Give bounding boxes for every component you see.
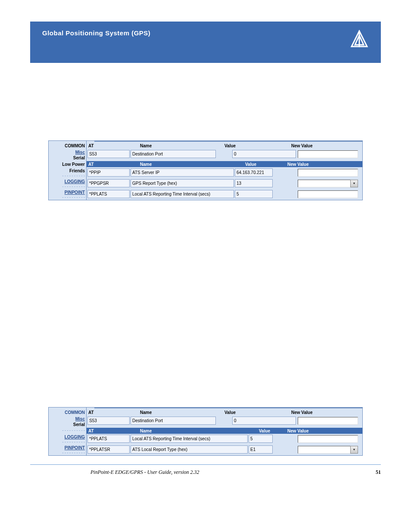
- newvalue-input[interactable]: [298, 150, 358, 158]
- at-cell: *PPLATS: [87, 190, 130, 198]
- col-value: Value: [224, 410, 291, 415]
- sidebar-item-logging[interactable]: LOGGING: [49, 179, 85, 184]
- chevron-down-icon[interactable]: ▼: [350, 180, 358, 187]
- chevron-down-icon[interactable]: ▼: [350, 446, 358, 454]
- sidebar-item-serial[interactable]: Serial: [49, 155, 85, 161]
- divider: - - - - - - - - - -: [49, 184, 85, 189]
- name-cell: GPS Report Type (hex): [131, 179, 234, 187]
- column-header-row: AT Name Value New Value: [87, 428, 362, 434]
- name-cell: Local ATS Reporting Time Interval (secs): [131, 435, 248, 443]
- page-title: Global Positioning System (GPS): [42, 29, 150, 37]
- at-cell: S53: [87, 150, 130, 158]
- newvalue-input[interactable]: [298, 190, 358, 198]
- divider: - - - - - - - - - -: [49, 195, 85, 199]
- sidebar-item-logging[interactable]: LOGGING: [49, 434, 85, 440]
- sidebar-item-serial[interactable]: Serial: [49, 422, 85, 427]
- sidebar-item-lowpower[interactable]: Low Power: [49, 162, 85, 167]
- config-screenshot-1: COMMON AT Name Value New Value Misc Seri…: [48, 140, 363, 200]
- col-name: Name: [140, 162, 245, 167]
- sidebar-item-common[interactable]: COMMON: [49, 410, 85, 415]
- newvalue-input[interactable]: [298, 417, 358, 425]
- col-value: Value: [245, 162, 287, 167]
- sidebar-item-misc[interactable]: Misc: [49, 149, 85, 155]
- col-newvalue: New Value: [291, 143, 330, 148]
- value-cell: 13: [235, 179, 273, 187]
- value-cell: E1: [249, 445, 273, 454]
- column-header-row: AT Name Value New Value: [87, 409, 362, 415]
- col-at: AT: [88, 429, 140, 433]
- at-cell: *PPGPSR: [87, 179, 130, 187]
- value-cell: 5: [249, 435, 273, 443]
- name-cell: Destination Port: [131, 417, 216, 425]
- table-row: S53 Destination Port 0: [87, 149, 362, 159]
- page-number: 51: [376, 469, 381, 476]
- at-cell: *PPLATS: [87, 435, 130, 443]
- at-cell: *PPLATSR: [87, 445, 130, 454]
- col-value: Value: [224, 143, 291, 148]
- divider: - - - - - - - - - -: [49, 440, 85, 444]
- table-row: *PPLATS Local ATS Reporting Time Interva…: [87, 189, 362, 199]
- table-row: *PPIP ATS Server IP 64.163.70.221: [87, 168, 362, 177]
- table-row: *PPGPSR GPS Report Type (hex) 13 ▼: [87, 178, 362, 188]
- name-cell: ATS Server IP: [131, 168, 234, 177]
- newvalue-dropdown[interactable]: ▼: [298, 446, 358, 454]
- footer-title: PinPoint-E EDGE/GPRS - User Guide, versi…: [90, 469, 199, 476]
- col-newvalue: New Value: [287, 162, 326, 167]
- newvalue-input[interactable]: [298, 169, 358, 177]
- sidebar-item-common[interactable]: COMMON: [49, 143, 85, 149]
- column-header-row: AT Name Value New Value: [87, 143, 362, 149]
- at-cell: *PPIP: [87, 168, 130, 177]
- col-name: Name: [140, 429, 259, 433]
- brand-logo-icon: [350, 29, 369, 48]
- newvalue-dropdown[interactable]: ▼: [298, 180, 358, 187]
- divider: - - - - - - - - - -: [49, 174, 85, 178]
- value-cell: 5: [235, 190, 273, 198]
- col-at: AT: [88, 143, 140, 148]
- col-newvalue: New Value: [287, 429, 326, 433]
- col-at: AT: [88, 410, 140, 415]
- value-cell: 64.163.70.221: [235, 168, 273, 177]
- name-cell: ATS Local Report Type (hex): [131, 445, 248, 454]
- config-screenshot-2: COMMON AT Name Value New Value Misc Seri…: [48, 407, 363, 456]
- sidebar-item-pinpoint[interactable]: PINPOINT: [49, 445, 85, 451]
- page-footer: PinPoint-E EDGE/GPRS - User Guide, versi…: [30, 464, 381, 476]
- table-row: *PPLATSR ATS Local Report Type (hex) E1 …: [87, 445, 362, 454]
- page-header: Global Positioning System (GPS): [30, 22, 381, 63]
- col-value: Value: [259, 429, 287, 433]
- col-name: Name: [140, 410, 224, 415]
- name-cell: Destination Port: [131, 150, 216, 158]
- col-name: Name: [140, 143, 224, 148]
- value-cell: 0: [232, 417, 296, 425]
- sidebar-item-friends[interactable]: Friends: [49, 168, 85, 174]
- table-row: S53 Destination Port 0: [87, 416, 362, 426]
- sidebar-item-misc[interactable]: Misc: [49, 416, 85, 422]
- col-at: AT: [88, 162, 140, 167]
- col-newvalue: New Value: [291, 410, 330, 415]
- table-row: *PPLATS Local ATS Reporting Time Interva…: [87, 434, 362, 444]
- at-cell: S53: [87, 417, 130, 425]
- newvalue-input[interactable]: [298, 435, 358, 443]
- value-cell: 0: [232, 150, 296, 158]
- sidebar-item-pinpoint[interactable]: PINPOINT: [49, 190, 85, 195]
- column-header-row: AT Name Value New Value: [87, 161, 362, 167]
- divider: - - - - - - - - - -: [49, 428, 85, 432]
- divider: - - - - - - - - - -: [49, 451, 85, 455]
- name-cell: Local ATS Reporting Time Interval (secs): [131, 190, 234, 198]
